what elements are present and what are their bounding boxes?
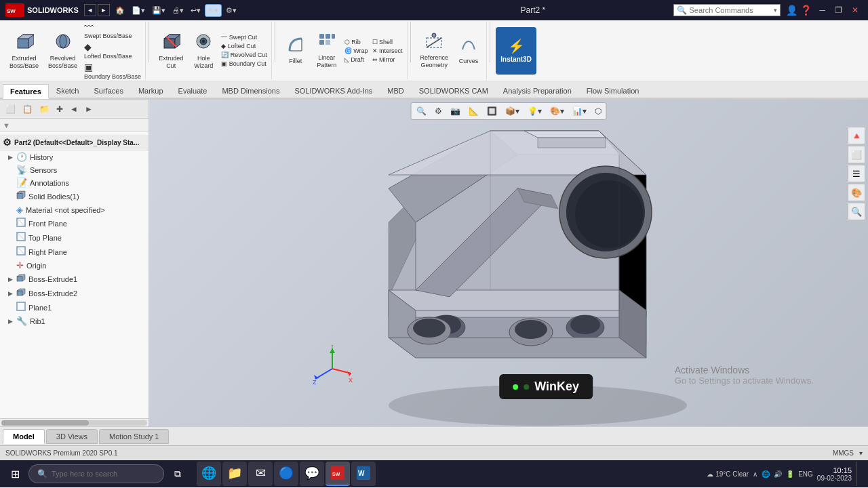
rmt-triad-button[interactable]: 🔺 [848, 127, 865, 144]
panel-tool-back[interactable]: ◄ [67, 102, 81, 116]
tree-item-top-plane[interactable]: ▶ Top Plane [0, 230, 149, 245]
panel-tool-add[interactable]: ✚ [54, 102, 66, 116]
tree-item-sensors[interactable]: ▶ 📡 Sensors [0, 163, 149, 176]
tree-item-annotations[interactable]: ▶ 📝 Annotations [0, 176, 149, 189]
status-dropdown[interactable]: ▾ [859, 449, 863, 457]
taskbar-edge-button[interactable]: 🌐 [197, 462, 221, 486]
options-button[interactable]: ⚙▾ [223, 5, 239, 16]
minimize-button[interactable]: ─ [816, 4, 830, 16]
taskbar-mail-button[interactable]: ✉ [248, 462, 273, 486]
search-input[interactable] [690, 6, 771, 14]
tab-analysis-preparation[interactable]: Analysis Preparation [496, 83, 579, 98]
help-button[interactable]: ❓ [800, 5, 812, 16]
panel-tool-list[interactable]: 📋 [20, 102, 35, 116]
rib-button[interactable]: ⬡ Rib [343, 38, 370, 46]
taskbar-explorer-button[interactable]: 📁 [222, 462, 247, 486]
tab-mbd[interactable]: MBD [380, 83, 411, 98]
tree-item-boss-extrude2[interactable]: ▶ Boss-Extrude2 [0, 286, 149, 300]
reference-geometry-button[interactable]: ReferenceGeometry [416, 30, 453, 72]
horizontal-scrollbar[interactable] [0, 418, 149, 426]
bottom-tab-model[interactable]: Model [3, 429, 45, 444]
tree-item-boss-extrude1[interactable]: ▶ Boss-Extrude1 [0, 272, 149, 286]
nav-forward-button[interactable]: ► [98, 4, 110, 16]
select-button[interactable]: ↖▾ [205, 4, 222, 17]
save-button[interactable]: 💾▾ [149, 5, 168, 16]
wrap-button[interactable]: 🌀 Wrap [343, 47, 370, 55]
tab-evaluate[interactable]: Evaluate [171, 83, 215, 98]
tree-item-solid-bodies[interactable]: ▶ Solid Bodies(1) [0, 189, 149, 203]
tree-item-right-plane[interactable]: ▶ Right Plane [0, 245, 149, 259]
bottom-tab-3dviews[interactable]: 3D Views [46, 429, 98, 444]
tree-item-origin[interactable]: ▶ ✛ Origin [0, 259, 149, 272]
home-button[interactable]: 🏠 [113, 5, 127, 16]
taskbar-search-icon: 🔍 [37, 469, 47, 479]
search-dropdown-icon[interactable]: ▾ [774, 7, 777, 14]
extruded-cut-button[interactable]: ExtrudedCut [155, 29, 187, 73]
curves-button[interactable]: Curves [454, 33, 484, 68]
instant3d-button[interactable]: ⚡ Instant3D [496, 27, 536, 75]
lofted-cut-button[interactable]: ◆ Lofted Cut [220, 42, 269, 50]
new-button[interactable]: 📄▾ [129, 5, 148, 16]
tab-flow-simulation[interactable]: Flow Simulation [579, 83, 647, 98]
tree-item-front-plane[interactable]: ▶ Front Plane [0, 216, 149, 230]
lofted-boss-button[interactable]: ◆ Lofted Boss/Base [83, 41, 142, 60]
taskbar-solidworks-button[interactable]: SW [326, 462, 350, 486]
undo-button[interactable]: ↩▾ [188, 5, 203, 16]
boundary-cut-button[interactable]: ▣ Boundary Cut [220, 60, 269, 68]
intersect-button[interactable]: ✕ Intersect [371, 47, 404, 55]
rib1-label: Rib1 [30, 317, 45, 325]
rmt-color-button[interactable]: 🎨 [848, 184, 865, 201]
boundary-boss-button[interactable]: ▣ Boundary Boss/Base [83, 61, 142, 81]
tree-item-history[interactable]: ▶ 🕐 History [0, 150, 149, 163]
rmt-zoom-button[interactable]: 🔍 [848, 203, 865, 220]
hole-wizard-button[interactable]: HoleWizard [189, 29, 218, 73]
panel-tool-filter[interactable]: ⬜ [3, 102, 18, 116]
panel-tool-folder[interactable]: 📁 [37, 102, 52, 116]
taskbar-clock[interactable]: 10:15 09-02-2023 [817, 466, 852, 482]
rmt-rollback-button[interactable]: ☰ [848, 165, 865, 182]
nav-back-button[interactable]: ◄ [84, 4, 96, 16]
rmt-view-button[interactable]: ⬜ [848, 146, 865, 163]
filter-bar: ▼ [0, 119, 149, 132]
swept-cut-button[interactable]: 〰 Swept Cut [220, 33, 269, 41]
revolved-cut-button[interactable]: 🔄 Revolved Cut [220, 51, 269, 59]
taskbar-teams-button[interactable]: 💬 [300, 462, 324, 486]
winkey-label: WinKey [534, 380, 579, 394]
extruded-boss-button[interactable]: ExtrudedBoss/Base [5, 29, 43, 73]
tab-surfaces[interactable]: Surfaces [87, 83, 131, 98]
show-desktop-button[interactable] [856, 462, 860, 486]
tree-root-label: Part2 (Default<<Default>_Display Sta... [14, 139, 139, 146]
tree-item-material[interactable]: ▶ ◈ Material <not specified> [0, 203, 149, 216]
viewport[interactable]: 🔍 ⚙ 📷 📐 🔲 📦▾ 💡▾ 🎨▾ 📊▾ ⬡ [149, 100, 868, 426]
bottom-tab-motion-study[interactable]: Motion Study 1 [99, 429, 169, 444]
close-button[interactable]: ✕ [848, 4, 863, 16]
shell-button[interactable]: ☐ Shell [371, 38, 404, 46]
tree-item-rib1[interactable]: ▶ 🔧 Rib1 [0, 314, 149, 327]
tab-features[interactable]: Features [3, 84, 49, 99]
linear-pattern-button[interactable]: LinearPattern [312, 30, 342, 72]
user-button[interactable]: 👤 [786, 5, 797, 16]
restore-button[interactable]: ❐ [831, 4, 846, 16]
taskbar-search-input[interactable] [52, 470, 153, 478]
panel-tool-forward[interactable]: ► [82, 102, 96, 116]
swept-boss-button[interactable]: 〰 Swept Boss/Base [83, 20, 142, 40]
lofted-boss-label: Lofted Boss/Base [84, 53, 132, 60]
taskbar-chrome-button[interactable]: 🔵 [274, 462, 298, 486]
print-button[interactable]: 🖨▾ [170, 5, 186, 16]
task-view-button[interactable]: ⧉ [165, 462, 190, 486]
taskbar-chevron[interactable]: ∧ [753, 470, 757, 478]
draft-button[interactable]: ◺ Draft [343, 56, 370, 64]
revolved-boss-button[interactable]: RevolvedBoss/Base [44, 29, 81, 73]
tab-solidworks-addins[interactable]: SOLIDWORKS Add-Ins [287, 83, 380, 98]
tree-item-plane1[interactable]: ▶ Plane1 [0, 300, 149, 314]
linear-pattern-label: LinearPattern [317, 54, 336, 69]
mirror-button[interactable]: ⇔ Mirror [371, 56, 404, 64]
start-button[interactable]: ⊞ [3, 462, 27, 486]
tab-solidworks-cam[interactable]: SOLIDWORKS CAM [412, 83, 496, 98]
tab-sketch[interactable]: Sketch [49, 83, 87, 98]
fillet-button[interactable]: Fillet [281, 33, 311, 68]
tab-markup[interactable]: Markup [131, 83, 171, 98]
taskbar-word-button[interactable]: W [351, 462, 376, 486]
fillet-icon [287, 36, 304, 56]
tab-mbd-dimensions[interactable]: MBD Dimensions [214, 83, 287, 98]
